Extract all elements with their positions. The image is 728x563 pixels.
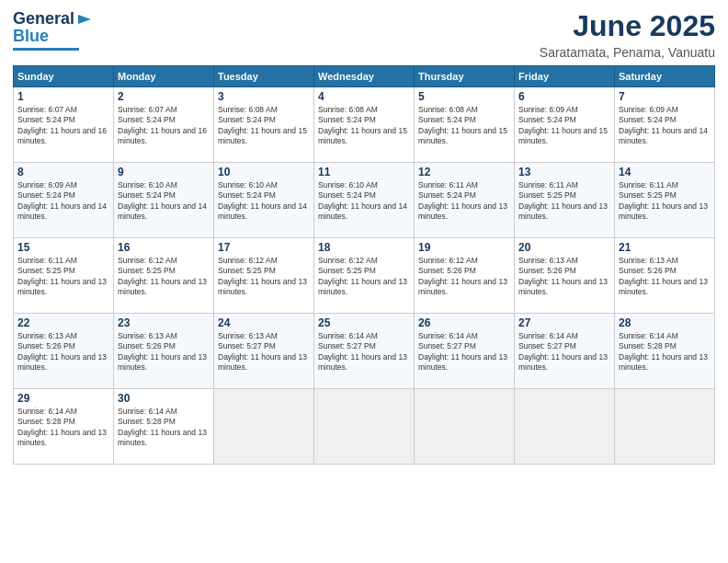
- calendar-cell: [515, 389, 615, 465]
- cell-info: Sunrise: 6:14 AMSunset: 5:27 PMDaylight:…: [318, 331, 410, 373]
- calendar-cell: 17Sunrise: 6:12 AMSunset: 5:25 PMDayligh…: [214, 238, 314, 314]
- calendar-cell: 9Sunrise: 6:10 AMSunset: 5:24 PMDaylight…: [114, 163, 214, 238]
- calendar-header-sunday: Sunday: [14, 66, 114, 87]
- calendar-cell: 5Sunrise: 6:08 AMSunset: 5:24 PMDaylight…: [415, 87, 515, 163]
- calendar-cell: 22Sunrise: 6:13 AMSunset: 5:26 PMDayligh…: [14, 314, 114, 389]
- calendar-cell: 15Sunrise: 6:11 AMSunset: 5:25 PMDayligh…: [14, 238, 114, 314]
- calendar-cell: 3Sunrise: 6:08 AMSunset: 5:24 PMDaylight…: [214, 87, 314, 163]
- cell-info: Sunrise: 6:11 AMSunset: 5:25 PMDaylight:…: [518, 180, 610, 223]
- day-number: 7: [619, 90, 711, 103]
- logo-general: General: [13, 9, 74, 29]
- day-number: 27: [518, 316, 610, 329]
- cell-info: Sunrise: 6:14 AMSunset: 5:27 PMDaylight:…: [518, 331, 610, 373]
- day-number: 13: [518, 166, 610, 178]
- cell-info: Sunrise: 6:08 AMSunset: 5:24 PMDaylight:…: [318, 105, 410, 147]
- calendar-week-row: 22Sunrise: 6:13 AMSunset: 5:26 PMDayligh…: [14, 314, 715, 389]
- calendar-cell: 21Sunrise: 6:13 AMSunset: 5:26 PMDayligh…: [615, 238, 715, 314]
- calendar-cell: 16Sunrise: 6:12 AMSunset: 5:25 PMDayligh…: [114, 238, 214, 314]
- calendar-cell: 30Sunrise: 6:14 AMSunset: 5:28 PMDayligh…: [114, 389, 214, 465]
- cell-info: Sunrise: 6:13 AMSunset: 5:26 PMDaylight:…: [17, 331, 109, 373]
- day-number: 23: [118, 316, 210, 329]
- day-number: 18: [318, 241, 410, 254]
- calendar-header-monday: Monday: [114, 66, 214, 87]
- logo-blue: Blue: [13, 27, 49, 46]
- cell-info: Sunrise: 6:09 AMSunset: 5:24 PMDaylight:…: [17, 180, 109, 223]
- cell-info: Sunrise: 6:12 AMSunset: 5:25 PMDaylight:…: [218, 256, 310, 298]
- header: General Blue June 2025 Saratamata, Penam…: [13, 9, 715, 60]
- cell-info: Sunrise: 6:14 AMSunset: 5:28 PMDaylight:…: [619, 331, 711, 373]
- day-number: 26: [418, 316, 510, 329]
- day-number: 11: [318, 166, 410, 178]
- cell-info: Sunrise: 6:11 AMSunset: 5:25 PMDaylight:…: [619, 180, 711, 223]
- calendar-cell: [615, 389, 715, 465]
- month-title: June 2025: [540, 9, 715, 43]
- logo-underline: [13, 48, 79, 51]
- calendar-cell: 18Sunrise: 6:12 AMSunset: 5:25 PMDayligh…: [314, 238, 415, 314]
- calendar-header-tuesday: Tuesday: [214, 66, 314, 87]
- calendar-cell: 11Sunrise: 6:10 AMSunset: 5:24 PMDayligh…: [314, 163, 415, 238]
- cell-info: Sunrise: 6:10 AMSunset: 5:24 PMDaylight:…: [218, 180, 310, 223]
- day-number: 14: [619, 166, 711, 178]
- calendar-cell: 7Sunrise: 6:09 AMSunset: 5:24 PMDaylight…: [615, 87, 715, 163]
- cell-info: Sunrise: 6:12 AMSunset: 5:26 PMDaylight:…: [418, 256, 510, 298]
- cell-info: Sunrise: 6:13 AMSunset: 5:26 PMDaylight:…: [518, 256, 610, 298]
- calendar-week-row: 1Sunrise: 6:07 AMSunset: 5:24 PMDaylight…: [14, 87, 715, 163]
- calendar-cell: 23Sunrise: 6:13 AMSunset: 5:26 PMDayligh…: [114, 314, 214, 389]
- cell-info: Sunrise: 6:10 AMSunset: 5:24 PMDaylight:…: [118, 180, 210, 223]
- cell-info: Sunrise: 6:08 AMSunset: 5:24 PMDaylight:…: [218, 105, 310, 147]
- cell-info: Sunrise: 6:07 AMSunset: 5:24 PMDaylight:…: [17, 105, 109, 147]
- day-number: 8: [17, 166, 109, 178]
- day-number: 5: [418, 90, 510, 103]
- day-number: 24: [218, 316, 310, 329]
- day-number: 25: [318, 316, 410, 329]
- day-number: 28: [619, 316, 711, 329]
- cell-info: Sunrise: 6:10 AMSunset: 5:24 PMDaylight:…: [318, 180, 410, 223]
- day-number: 6: [518, 90, 610, 103]
- day-number: 17: [218, 241, 310, 254]
- calendar-week-row: 29Sunrise: 6:14 AMSunset: 5:28 PMDayligh…: [14, 389, 715, 465]
- calendar-week-row: 15Sunrise: 6:11 AMSunset: 5:25 PMDayligh…: [14, 238, 715, 314]
- title-block: June 2025 Saratamata, Penama, Vanuatu: [540, 9, 715, 60]
- calendar-table: SundayMondayTuesdayWednesdayThursdayFrid…: [13, 65, 715, 465]
- day-number: 21: [619, 241, 711, 254]
- calendar-cell: 8Sunrise: 6:09 AMSunset: 5:24 PMDaylight…: [14, 163, 114, 238]
- cell-info: Sunrise: 6:14 AMSunset: 5:27 PMDaylight:…: [418, 331, 510, 373]
- calendar-header-row: SundayMondayTuesdayWednesdayThursdayFrid…: [14, 66, 715, 87]
- cell-info: Sunrise: 6:14 AMSunset: 5:28 PMDaylight:…: [118, 407, 210, 449]
- calendar-header-saturday: Saturday: [615, 66, 715, 87]
- calendar-cell: 10Sunrise: 6:10 AMSunset: 5:24 PMDayligh…: [214, 163, 314, 238]
- cell-info: Sunrise: 6:13 AMSunset: 5:26 PMDaylight:…: [118, 331, 210, 373]
- calendar-header-wednesday: Wednesday: [314, 66, 415, 87]
- day-number: 16: [118, 241, 210, 254]
- calendar-cell: 24Sunrise: 6:13 AMSunset: 5:27 PMDayligh…: [214, 314, 314, 389]
- day-number: 30: [118, 392, 210, 405]
- day-number: 9: [118, 166, 210, 178]
- day-number: 15: [17, 241, 109, 254]
- cell-info: Sunrise: 6:11 AMSunset: 5:24 PMDaylight:…: [418, 180, 510, 223]
- calendar-cell: 28Sunrise: 6:14 AMSunset: 5:28 PMDayligh…: [615, 314, 715, 389]
- calendar-cell: 2Sunrise: 6:07 AMSunset: 5:24 PMDaylight…: [114, 87, 214, 163]
- day-number: 29: [17, 392, 109, 405]
- calendar-cell: 6Sunrise: 6:09 AMSunset: 5:24 PMDaylight…: [515, 87, 615, 163]
- calendar-cell: 27Sunrise: 6:14 AMSunset: 5:27 PMDayligh…: [515, 314, 615, 389]
- day-number: 22: [17, 316, 109, 329]
- calendar-cell: [214, 389, 314, 465]
- logo: General Blue: [13, 9, 93, 51]
- cell-info: Sunrise: 6:12 AMSunset: 5:25 PMDaylight:…: [318, 256, 410, 298]
- calendar-cell: 19Sunrise: 6:12 AMSunset: 5:26 PMDayligh…: [415, 238, 515, 314]
- day-number: 20: [518, 241, 610, 254]
- calendar-cell: 4Sunrise: 6:08 AMSunset: 5:24 PMDaylight…: [314, 87, 415, 163]
- calendar-header-thursday: Thursday: [415, 66, 515, 87]
- calendar-cell: 20Sunrise: 6:13 AMSunset: 5:26 PMDayligh…: [515, 238, 615, 314]
- svg-marker-0: [78, 15, 91, 24]
- calendar-week-row: 8Sunrise: 6:09 AMSunset: 5:24 PMDaylight…: [14, 163, 715, 238]
- day-number: 3: [218, 90, 310, 103]
- cell-info: Sunrise: 6:09 AMSunset: 5:24 PMDaylight:…: [518, 105, 610, 147]
- calendar-cell: 29Sunrise: 6:14 AMSunset: 5:28 PMDayligh…: [14, 389, 114, 465]
- day-number: 4: [318, 90, 410, 103]
- calendar-cell: [415, 389, 515, 465]
- cell-info: Sunrise: 6:12 AMSunset: 5:25 PMDaylight:…: [118, 256, 210, 298]
- day-number: 1: [17, 90, 109, 103]
- cell-info: Sunrise: 6:08 AMSunset: 5:24 PMDaylight:…: [418, 105, 510, 147]
- day-number: 2: [118, 90, 210, 103]
